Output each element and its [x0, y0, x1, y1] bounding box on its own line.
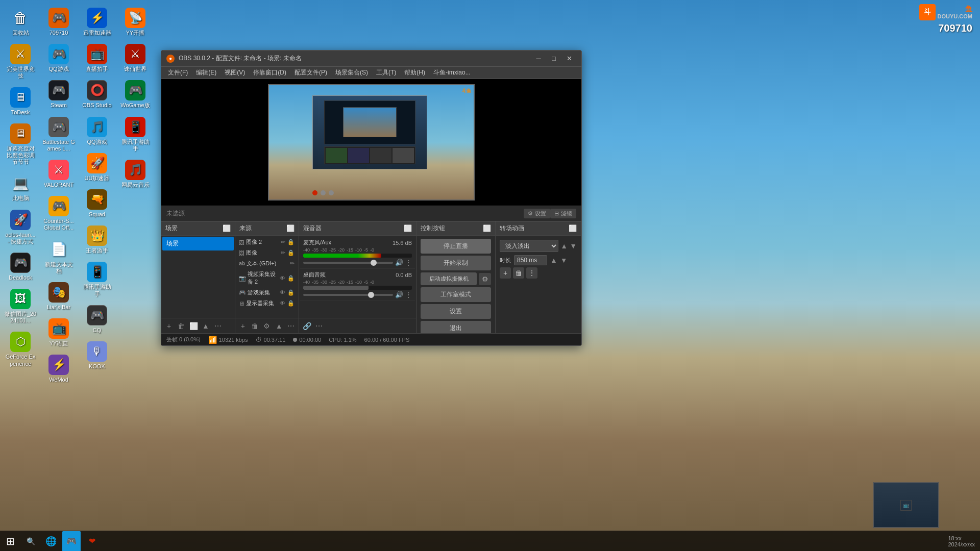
obs-source-more2-button[interactable]: ⋯: [285, 320, 297, 332]
menu-dockwindow[interactable]: 停靠窗口(D): [249, 67, 290, 78]
obs-stop-stream-button[interactable]: 停止直播: [421, 239, 491, 254]
desktop-icon-tencent-assist[interactable]: 📱 腾讯手游助手: [79, 259, 115, 299]
desktop-icon-squad[interactable]: 🔫 Squad: [79, 187, 115, 220]
obs-transition-add-button[interactable]: +: [500, 267, 511, 279]
menu-file[interactable]: 文件(F): [164, 67, 192, 78]
obs-transition-more-button[interactable]: ⋮: [526, 267, 537, 279]
desktop-icon-mypc[interactable]: 💻 此电脑: [3, 170, 38, 204]
obs-source-item-text[interactable]: ab 文本 (GDI+) ✏: [236, 258, 298, 269]
obs-transition-up-button[interactable]: ▲: [560, 242, 568, 250]
obs-scene-copy-button[interactable]: ⬜: [188, 320, 199, 332]
obs-transition-duration-up-button[interactable]: ▲: [550, 256, 557, 264]
obs-ctrl-expand-icon[interactable]: ⬜: [483, 224, 491, 232]
obs-source-lock3-icon[interactable]: 🔒: [287, 274, 295, 282]
obs-source-eye3-icon[interactable]: 👁: [279, 299, 286, 307]
desktop-icon-recycle[interactable]: 🗑 回收站: [3, 5, 38, 39]
desktop-icon-valorant[interactable]: ⚔ VALORANT: [41, 157, 77, 191]
obs-source-eye2-icon[interactable]: 👁: [279, 289, 286, 296]
menu-tools[interactable]: 工具(T): [372, 67, 400, 78]
obs-scene-more-button[interactable]: ⋯: [212, 320, 224, 332]
desktop-icon-steam[interactable]: 🎮 Steam: [41, 78, 77, 111]
obs-minimize-button[interactable]: ─: [531, 54, 546, 64]
obs-mixer-mic-fader-thumb[interactable]: [371, 260, 377, 266]
obs-source-edit-icon[interactable]: ✏: [280, 238, 286, 246]
taskbar-heart-icon[interactable]: ❤: [82, 531, 102, 552]
obs-source-item-image2[interactable]: 🖼 图像 2 ✏ 🔒: [236, 237, 298, 247]
obs-settings-button[interactable]: 设置: [421, 304, 491, 319]
taskbar-search-button[interactable]: 🔍: [20, 531, 41, 552]
desktop-icon-kook[interactable]: 🎙 KOOK: [79, 339, 115, 372]
obs-maximize-button[interactable]: □: [547, 54, 561, 64]
menu-scenecollection[interactable]: 场景集合(S): [331, 67, 372, 78]
obs-mixer-desktop-fader-thumb[interactable]: [368, 292, 374, 298]
obs-source-lock4-icon[interactable]: 🔒: [287, 289, 295, 296]
obs-studio-mode-button[interactable]: 工作室模式: [421, 287, 491, 302]
desktop-icon-netease-music[interactable]: 🎵 网易云音乐: [117, 157, 153, 191]
obs-transition-type-select[interactable]: 淡入淡出: [500, 240, 558, 252]
desktop-icon-wzry[interactable]: 👑 王者游手: [79, 223, 115, 257]
obs-virtual-camera-settings-button[interactable]: ⚙: [479, 273, 491, 285]
desktop-icon-yykai[interactable]: 📡 YY开播: [117, 5, 153, 39]
obs-settings-badge[interactable]: ⚙ 设置: [524, 209, 550, 218]
obs-source-item-display[interactable]: 🖥 显示器采集 👁 🔒: [236, 298, 298, 309]
taskbar-start-button[interactable]: ⊞: [0, 531, 20, 552]
obs-source-edit3-icon[interactable]: ✏: [289, 260, 295, 267]
desktop-icon-qqmusic[interactable]: 🎵 QQ游戏: [79, 114, 115, 148]
obs-mixer-link-button[interactable]: 🔗: [301, 320, 312, 332]
desktop-icon-geforce[interactable]: ⬡ GeForce Experience: [3, 329, 38, 369]
desktop-icon-zhibopai[interactable]: 📺 直播拍手: [79, 41, 115, 75]
menu-edit[interactable]: 编辑(E): [192, 67, 220, 78]
desktop-icon-newtxt[interactable]: 📄 新建文本文档: [41, 237, 77, 277]
menu-douyu[interactable]: 斗鱼-imxiao...: [429, 67, 475, 78]
desktop-icon-liarsbar[interactable]: 🎭 Liar's Bar: [41, 280, 77, 313]
obs-source-edit2-icon[interactable]: ✏: [280, 249, 286, 257]
obs-source-lock2-icon[interactable]: 🔒: [287, 249, 295, 257]
obs-source-lock-icon[interactable]: 🔒: [287, 238, 295, 246]
obs-virtual-camera-button[interactable]: 启动虚拟摄像机: [421, 272, 477, 285]
obs-source-lock5-icon[interactable]: 🔒: [287, 299, 295, 307]
desktop-icon-wemod[interactable]: ⚡ WeMod: [41, 352, 77, 386]
obs-start-record-button[interactable]: 开始录制: [421, 256, 491, 270]
obs-transition-down-button[interactable]: ▼: [570, 242, 577, 250]
desktop-icon-aclos[interactable]: 🚀 aclos-laun... - 快捷方式: [3, 207, 38, 247]
obs-scene-add-button[interactable]: +: [163, 320, 175, 332]
obs-exit-button[interactable]: 退出: [421, 321, 491, 333]
desktop-icon-compete[interactable]: ⚔ 完美世界竞技: [3, 41, 38, 82]
obs-source-item-game[interactable]: 🎮 游戏采集 👁 🔒: [236, 287, 298, 298]
obs-scene-up-button[interactable]: ▲: [200, 320, 211, 332]
desktop-icon-deadlock[interactable]: 🎮 Deadlock: [3, 250, 38, 284]
desktop-icon-turbo[interactable]: ⚡ 迅雷加速器: [79, 5, 115, 39]
obs-close-button[interactable]: ✕: [562, 54, 576, 64]
obs-transition-duration-input[interactable]: 850 ms: [514, 255, 547, 265]
obs-source-delete-button[interactable]: 🗑: [250, 320, 261, 332]
obs-source-up2-button[interactable]: ▲: [274, 320, 285, 332]
taskbar-browser-icon[interactable]: 🌐: [41, 531, 61, 552]
desktop-icon-uuacc[interactable]: 🚀 UU加速器: [79, 151, 115, 184]
obs-mixer-desktop-fader[interactable]: [303, 294, 393, 296]
obs-sources-expand-icon[interactable]: ⬜: [286, 224, 295, 232]
desktop-icon-xianxia[interactable]: ⚔ 诛仙世界: [117, 41, 153, 75]
obs-source-add-button[interactable]: +: [237, 320, 249, 332]
obs-mixer-desktop-menu-icon[interactable]: ⋮: [405, 291, 412, 298]
menu-help[interactable]: 帮助(H): [400, 67, 429, 78]
obs-mixer-mic-volume-icon[interactable]: 🔊: [395, 259, 403, 266]
obs-source-item-camera[interactable]: 📷 视频采集设备 2 👁 🔒: [236, 269, 298, 287]
desktop-icon-color-adj[interactable]: 🖥 屏幕亮度对比度色彩调节节节: [3, 121, 38, 168]
desktop-icon-jijian[interactable]: 📱 腾讯手游助手: [117, 114, 153, 155]
desktop-icon-709710[interactable]: 🎮 709710: [41, 5, 77, 39]
desktop-icon-todesk[interactable]: 🖥 ToDesk: [3, 85, 38, 118]
obs-scenes-expand-icon[interactable]: ⬜: [223, 224, 231, 232]
obs-mixer-expand-icon[interactable]: ⬜: [404, 224, 412, 232]
desktop-icon-obs[interactable]: ⭕ OBS Studio: [79, 78, 115, 111]
obs-filters-badge[interactable]: ⊟ 滤镜: [550, 209, 576, 218]
desktop-icon-wogame[interactable]: 🎮 WoGame版: [117, 78, 153, 111]
obs-mixer-mic-menu-icon[interactable]: ⋮: [405, 259, 412, 266]
desktop-icon-cq[interactable]: 🎮 CQ: [79, 303, 115, 336]
desktop-icon-counter-strike[interactable]: 🎮 Counter-S... Global Off...: [41, 193, 77, 234]
menu-view[interactable]: 视图(V): [220, 67, 249, 78]
obs-source-eye-icon[interactable]: 👁: [279, 274, 286, 282]
obs-mixer-mic-fader[interactable]: [303, 262, 393, 264]
obs-scene-item[interactable]: 场景: [162, 237, 234, 251]
taskbar-steam-icon[interactable]: 🎮: [62, 531, 81, 552]
desktop-icon-yy[interactable]: 📺 YY语直: [41, 316, 77, 349]
